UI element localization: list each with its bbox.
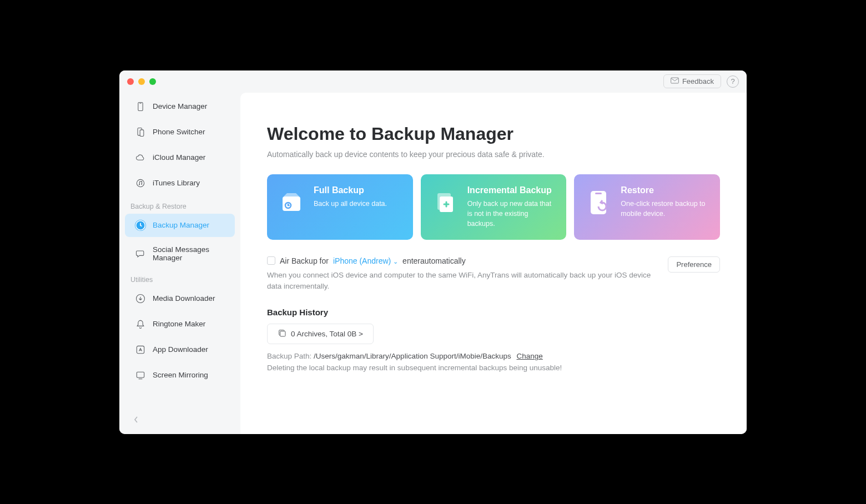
sidebar-collapse-button[interactable] [129, 413, 143, 426]
svg-rect-10 [137, 346, 144, 353]
maximize-window-button[interactable] [149, 78, 156, 85]
device-icon [135, 101, 146, 112]
feedback-button[interactable]: Feedback [663, 74, 721, 88]
mail-icon [671, 77, 679, 85]
air-backup-description: When you connect iOS device and computer… [267, 270, 657, 293]
full-backup-card[interactable]: Full Backup Back up all device data. [267, 174, 413, 240]
sidebar-section-utilities: Utilities [119, 269, 240, 286]
page-title: Welcome to Backup Manager [267, 124, 720, 144]
archive-icon [278, 329, 286, 339]
svg-point-5 [137, 179, 144, 187]
card-title: Restore [621, 185, 709, 195]
card-desc: One-click restore backup to mobile devic… [621, 199, 709, 219]
help-button[interactable]: ? [727, 75, 739, 88]
preference-button[interactable]: Preference [668, 256, 720, 273]
restore-icon [585, 189, 612, 215]
sidebar-item-app-downloader[interactable]: App Downloader [125, 338, 235, 361]
app-window: Feedback ? Device Manager Phone Switcher [119, 70, 747, 434]
sidebar-item-label: Device Manager [153, 102, 207, 110]
window-controls [127, 78, 156, 85]
svg-point-7 [141, 183, 142, 184]
card-desc: Only back up new data that is not in the… [467, 199, 556, 229]
incremental-backup-card[interactable]: Incremental Backup Only back up new data… [421, 174, 567, 240]
sidebar-item-label: App Downloader [153, 345, 208, 354]
sidebar-item-phone-switcher[interactable]: Phone Switcher [125, 120, 235, 144]
action-cards: Full Backup Back up all device data. Inc… [267, 174, 720, 240]
sidebar-section-backup: Backup & Restore [119, 196, 240, 213]
sidebar-item-label: Social Messages Manager [153, 245, 227, 262]
air-backup-checkbox[interactable] [267, 256, 275, 265]
card-title: Full Backup [314, 185, 387, 195]
air-backup-prefix: Air Backup for [280, 256, 329, 265]
main-content: Welcome to Backup Manager Automatically … [240, 93, 747, 434]
titlebar: Feedback ? [119, 70, 747, 93]
archives-button[interactable]: 0 Archives, Total 0B > [267, 324, 374, 344]
sidebar-item-social-messages[interactable]: Social Messages Manager [125, 239, 235, 268]
svg-point-6 [139, 184, 140, 185]
sidebar-item-backup-manager[interactable]: Backup Manager [125, 214, 235, 237]
backup-path-row: Backup Path: /Users/gakman/Library/Appli… [267, 352, 720, 360]
sidebar-item-label: Media Downloader [153, 294, 215, 303]
phone-switcher-icon [135, 127, 146, 138]
card-title: Incremental Backup [467, 185, 556, 195]
svg-rect-18 [595, 193, 602, 194]
card-desc: Back up all device data. [314, 199, 387, 209]
sidebar-item-label: iCloud Manager [153, 153, 205, 162]
bell-icon [135, 319, 146, 330]
svg-rect-0 [671, 78, 679, 83]
sidebar-item-label: Backup Manager [153, 221, 209, 229]
music-icon [135, 178, 146, 189]
sidebar-item-label: Screen Mirroring [153, 371, 208, 379]
sidebar-item-screen-mirroring[interactable]: Screen Mirroring [125, 364, 235, 387]
sidebar-item-device-manager[interactable]: Device Manager [125, 95, 235, 118]
download-icon [135, 293, 146, 304]
sidebar-item-label: iTunes Library [153, 179, 200, 187]
chat-icon [135, 248, 146, 259]
device-selector[interactable]: iPhone (Andrew) ⌄ [333, 256, 398, 265]
chevron-down-icon: ⌄ [393, 258, 398, 265]
app-icon [135, 344, 146, 355]
page-subtitle: Automatically back up device contents to… [267, 150, 720, 159]
minimize-window-button[interactable] [138, 78, 145, 85]
sidebar-item-ringtone-maker[interactable]: Ringtone Maker [125, 313, 235, 336]
svg-rect-20 [280, 331, 285, 336]
archives-label: 0 Archives, Total 0B > [291, 330, 363, 338]
air-backup-suffix: enterautomatically [402, 256, 466, 265]
restore-card[interactable]: Restore One-click restore backup to mobi… [574, 174, 720, 240]
clock-icon [135, 220, 146, 231]
sidebar-item-media-downloader[interactable]: Media Downloader [125, 287, 235, 310]
svg-rect-1 [138, 102, 143, 110]
sidebar-item-label: Ringtone Maker [153, 320, 205, 328]
sidebar-item-label: Phone Switcher [153, 128, 205, 136]
screen-icon [135, 370, 146, 381]
backup-history-heading: Backup History [267, 308, 720, 317]
svg-rect-4 [140, 129, 144, 136]
backup-path-value: /Users/gakman/Library/Application Suppor… [314, 352, 511, 360]
sidebar: Device Manager Phone Switcher iCloud Man… [119, 93, 240, 434]
cloud-icon [135, 152, 146, 163]
full-backup-icon [278, 189, 305, 215]
close-window-button[interactable] [127, 78, 134, 85]
svg-rect-11 [137, 372, 144, 377]
change-path-link[interactable]: Change [517, 352, 543, 360]
incremental-backup-icon [432, 189, 459, 215]
sidebar-item-icloud-manager[interactable]: iCloud Manager [125, 146, 235, 169]
feedback-label: Feedback [682, 77, 714, 85]
backup-warning: Deleting the local backup may result in … [267, 364, 720, 372]
sidebar-item-itunes-library[interactable]: iTunes Library [125, 172, 235, 195]
backup-path-label: Backup Path: [267, 352, 314, 360]
